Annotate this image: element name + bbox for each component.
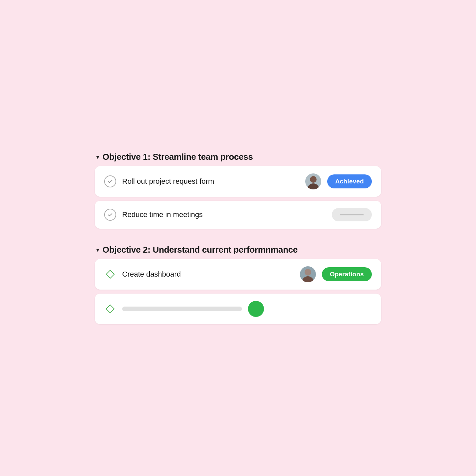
chevron-down-icon: ▾	[96, 247, 99, 253]
list-item[interactable]: Create dashboardOperations	[95, 259, 381, 290]
avatar	[305, 173, 321, 189]
status-badge-empty	[332, 208, 372, 221]
items-list: Roll out project request formAchievedRed…	[95, 166, 381, 229]
objective-header[interactable]: ▾Objective 2: Understand current perform…	[95, 245, 381, 255]
svg-marker-0	[106, 270, 114, 278]
item-label: Reduce time in meetings	[122, 210, 326, 219]
item-label: Roll out project request form	[122, 177, 299, 186]
list-item[interactable]	[95, 294, 381, 324]
diamond-icon	[104, 268, 116, 280]
objective-section-obj1: ▾Objective 1: Streamline team processRol…	[95, 152, 381, 229]
avatar-dot	[248, 301, 264, 317]
objective-section-obj2: ▾Objective 2: Understand current perform…	[95, 245, 381, 324]
status-badge[interactable]: Achieved	[327, 174, 372, 188]
chevron-down-icon: ▾	[96, 154, 99, 160]
svg-marker-1	[106, 305, 114, 313]
item-label: Create dashboard	[122, 270, 294, 279]
avatar	[300, 266, 316, 282]
list-item[interactable]: Reduce time in meetings	[95, 201, 381, 229]
status-badge[interactable]: Operations	[322, 267, 372, 281]
item-label-placeholder	[122, 307, 242, 311]
check-circle-icon	[104, 175, 116, 187]
objective-title: Objective 2: Understand current performn…	[103, 245, 298, 255]
objective-header[interactable]: ▾Objective 1: Streamline team process	[95, 152, 381, 162]
list-item[interactable]: Roll out project request formAchieved	[95, 166, 381, 197]
main-container: ▾Objective 1: Streamline team processRol…	[95, 152, 381, 324]
items-list: Create dashboardOperations	[95, 259, 381, 324]
check-circle-icon	[104, 209, 116, 221]
objective-title: Objective 1: Streamline team process	[103, 152, 253, 162]
diamond-icon	[104, 303, 116, 315]
